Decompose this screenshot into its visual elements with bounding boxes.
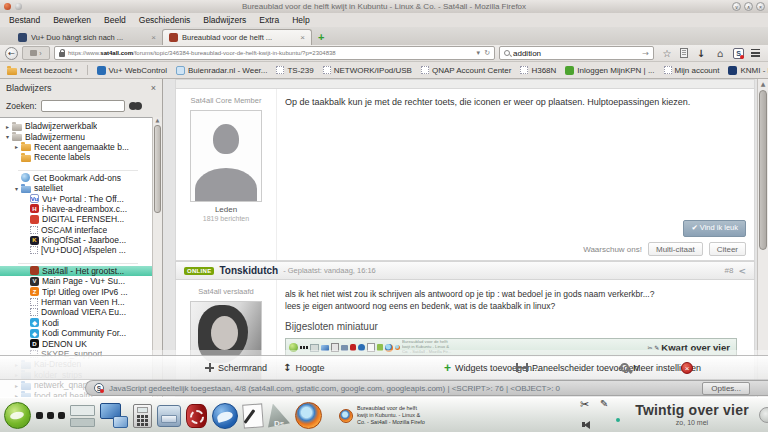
height-control[interactable]: ↕Hoogte — [283, 356, 324, 379]
maximize-button[interactable]: ∧ — [744, 2, 753, 11]
panel-cashew-icon[interactable] — [759, 407, 768, 423]
sidebar-close-icon[interactable]: × — [151, 83, 156, 93]
sidebar-item-kodi-community-for[interactable]: ◆Kodi Community For... — [0, 328, 152, 338]
bookmarks-menu-icon[interactable] — [680, 48, 688, 58]
bookmark-h368n[interactable]: H368N — [520, 66, 556, 75]
scrollbar-thumb[interactable] — [154, 125, 161, 213]
dots-widget[interactable] — [36, 412, 65, 419]
close-edit-mode-button[interactable]: × — [681, 356, 693, 379]
back-button[interactable]: ← — [5, 47, 18, 60]
sidebar-item-digital-fernseh[interactable]: DIGITAL FERNSEH... — [0, 214, 152, 224]
sidebar-item-bladwijzermenu[interactable]: ▾Bladwijzermenu — [0, 131, 152, 141]
reload-icon[interactable]: ↻ — [484, 49, 490, 57]
sidebar-item-i-have-a-dreambox-c[interactable]: Hi-have-a-dreambox.c... — [0, 204, 152, 214]
menu-item-extra[interactable]: Extra — [259, 15, 279, 25]
menu-item-bewerken[interactable]: Bewerken — [53, 15, 91, 25]
tab-vu-duo[interactable]: Vu+ Duo hängt sich nach ... × — [12, 29, 162, 45]
sidebar-item-get-bookmark-add-ons[interactable]: Get Bookmark Add-ons — [0, 173, 152, 183]
share-icon[interactable]: < — [738, 266, 746, 276]
sidebar-item-vu-duo-afspelen[interactable]: [VU+DUO] Afspelen ... — [0, 245, 152, 255]
thunderbird-icon[interactable] — [212, 403, 238, 429]
displays-icon[interactable] — [100, 403, 128, 428]
sidebar-search-input[interactable] — [41, 100, 125, 112]
file-drawer-icon[interactable] — [157, 405, 181, 427]
bookmark-network-ipod-usb[interactable]: NETWORK/IPod/USB — [323, 66, 412, 75]
avatar[interactable] — [190, 110, 262, 202]
post-number[interactable]: #8 — [725, 266, 734, 275]
firefox-icon[interactable] — [295, 402, 322, 429]
url-bar[interactable]: https://www.sat4all.com/forums/topic/346… — [54, 46, 495, 60]
like-button[interactable]: ✔ Vind ik leuk — [683, 220, 746, 237]
scrollbar-thumb[interactable] — [759, 90, 767, 250]
volume-icon[interactable] — [582, 420, 594, 429]
menu-item-bladwijzers[interactable]: Bladwijzers — [203, 15, 246, 25]
sidebar-item-herman-van-veen-h[interactable]: Herman van Veen H... — [0, 297, 152, 307]
sidebar-item-kodi[interactable]: ◆Kodi — [0, 318, 152, 328]
sidebar-item-main-page-vu-su[interactable]: VMain Page - Vu+ Su... — [0, 276, 152, 286]
sidebar-item-oscam-interface[interactable]: OSCAM interface — [0, 225, 152, 235]
close-button[interactable]: × — [756, 2, 765, 11]
search-value: addition — [513, 49, 541, 58]
fuzzy-clock[interactable]: Twintig over vier zo, 10 mei — [626, 402, 758, 426]
new-tab-button[interactable]: + — [318, 31, 324, 43]
bookmark-vu-webcontrol[interactable]: Vu+ WebControl — [97, 66, 167, 75]
quote-button[interactable]: Citeer — [709, 242, 746, 256]
sidebar-item-kingofsat-jaarboe[interactable]: KKingOfSat - Jaarboe... — [0, 235, 152, 245]
noscript-toolbar-icon[interactable]: S — [733, 48, 744, 59]
search-bar[interactable]: addition → — [499, 46, 654, 60]
sidebar-item-download-viera-eu[interactable]: Download VIERA Eu... — [0, 307, 152, 317]
bookmark-buienradar-nl-weer[interactable]: Buienradar.nl - Weer... — [176, 66, 267, 75]
menu-item-bestand[interactable]: Bestand — [9, 15, 40, 25]
sidebar-item-satelliet[interactable]: ▾satelliet — [0, 183, 152, 193]
menu-item-geschiedenis[interactable]: Geschiedenis — [139, 15, 191, 25]
pen-tray-icon[interactable]: ✎ — [600, 398, 608, 409]
bookmark-ts-239[interactable]: TS-239 — [276, 66, 313, 75]
bookmark-meest-bezocht[interactable]: Meest bezocht▾ — [7, 66, 78, 75]
noscript-options-button[interactable]: Opties... — [702, 382, 750, 395]
expander-icon[interactable]: ▸ — [3, 123, 12, 130]
downloads-icon[interactable]: ↓ — [695, 48, 707, 59]
search-icon — [504, 50, 510, 56]
search-go-icon[interactable]: → — [642, 49, 649, 58]
post-body: Op de taakbalk kun je met de rechter toe… — [277, 89, 754, 115]
sidebar-item-tip-uitleg-over-ipv6[interactable]: ZTip! Uitleg over IPv6 ... — [0, 286, 152, 296]
bookmark-mijn-account[interactable]: Mijn account — [664, 66, 720, 75]
text-editor-icon[interactable] — [242, 403, 264, 428]
bookmark-qnap-account-center[interactable]: QNAP Account Center — [421, 66, 511, 75]
tab-close-icon[interactable]: × — [300, 33, 305, 42]
home-icon[interactable]: ⌂ — [714, 48, 726, 59]
tab-groups-button[interactable]: › — [22, 46, 50, 60]
expander-icon[interactable]: ▸ — [12, 143, 21, 150]
author-name[interactable]: Tonskidutch — [219, 265, 278, 276]
bookmark-knmi-koninklijk-ne[interactable]: KNMI - Koninklijk Ne... — [728, 66, 768, 75]
opensuse-launcher-icon[interactable] — [4, 402, 31, 429]
calculator-icon[interactable] — [133, 404, 152, 428]
tab-favicon — [169, 33, 178, 42]
report-link[interactable]: Waarschuw ons! — [583, 245, 642, 254]
sidebar-item-recente-labels[interactable]: Recente labels — [0, 152, 152, 162]
sidebar-item-sat4all-het-grootst[interactable]: Sat4all - Het grootst... — [0, 266, 152, 276]
firefox-task-button[interactable]: Bureaublad voor de helft kwijt in Kubunt… — [339, 405, 491, 426]
screen-edge-control[interactable]: Schermrand — [205, 356, 267, 379]
minimize-button[interactable]: ∨ — [732, 2, 741, 11]
trash-icon[interactable] — [186, 404, 207, 428]
sidebar-item-bladwijzerwerkbalk[interactable]: ▸Bladwijzerwerkbalk — [0, 121, 152, 131]
ds-app-icon[interactable]: Ds — [268, 404, 290, 428]
multiquote-button[interactable]: Multi-citaat — [648, 242, 703, 256]
klipper-scissors-icon[interactable]: ✂ — [580, 398, 589, 411]
menu-item-beeld[interactable]: Beeld — [104, 15, 126, 25]
sidebar-item-recent-aangemaakte-b[interactable]: ▸Recent aangemaakte b... — [0, 142, 152, 152]
bookmark-star-icon[interactable]: ☆ — [661, 48, 673, 59]
desktop-pager[interactable] — [70, 405, 95, 427]
expander-icon[interactable]: ▾ — [3, 133, 12, 140]
bookmark-inloggen-mijnkpn[interactable]: Inloggen MijnKPN | ... — [565, 66, 654, 75]
attachment-label: Bijgesloten miniatuur — [285, 321, 746, 332]
sidebar-item-vu-portal-the-off[interactable]: VuVu+ Portal : The Off... — [0, 193, 152, 203]
sidebar-item-denon-uk[interactable]: DDENON UK — [0, 338, 152, 348]
urlbar-dropdown-icon[interactable]: ▾ — [477, 49, 481, 57]
expander-icon[interactable]: ▾ — [12, 185, 21, 192]
menu-item-help[interactable]: Help — [292, 15, 309, 25]
tab-close-icon[interactable]: × — [151, 33, 156, 42]
tab-bureaublad[interactable]: Bureaublad voor de helft ... × — [162, 29, 312, 45]
hamburger-menu-icon[interactable] — [751, 49, 760, 57]
